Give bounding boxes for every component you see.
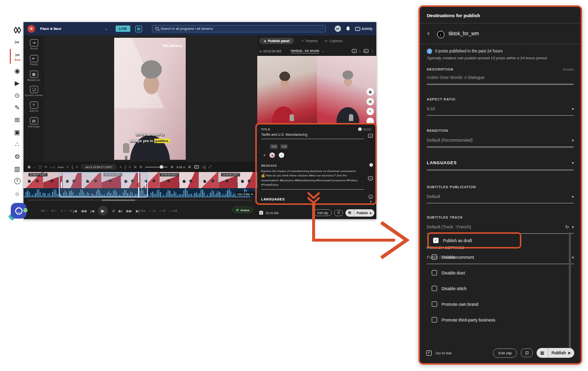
play-button[interactable]: ▶ — [98, 206, 108, 216]
checkbox-promote-own-brand[interactable]: Promote own brand — [432, 301, 568, 307]
tool-add-image[interactable]: ▤Add image — [24, 117, 44, 128]
checkbox[interactable] — [432, 270, 437, 275]
edit-pencil-icon[interactable]: ✎ — [368, 195, 373, 199]
rewind-button[interactable]: ◀◀ — [81, 209, 87, 213]
rail-media-library-icon[interactable]: ▶ — [10, 77, 24, 88]
skip-fwd-1-button[interactable]: > +1 — [149, 209, 155, 212]
message-input[interactable]: Explore the impact of manufacturing deci… — [261, 169, 360, 187]
download-icon[interactable]: ↓ — [359, 49, 361, 53]
tool-dynamic-overlay[interactable]: ❏Dynamic overlay — [24, 86, 44, 97]
save-button[interactable]: ⊡ — [521, 348, 533, 357]
crop-icon[interactable]: ▢ — [38, 165, 42, 169]
skip-fwd-15-button[interactable]: > +15 — [170, 209, 177, 212]
checkbox[interactable] — [432, 317, 437, 322]
go-to-in-button[interactable]: In |◀ — [70, 209, 77, 213]
auto-mode-label[interactable]: Auto — [58, 166, 64, 169]
message-ai-action[interactable] — [368, 176, 373, 180]
instagram-account-icon[interactable]: ◉ — [270, 152, 275, 158]
filmstrip-thumbnail[interactable] — [179, 172, 199, 188]
tab-captions[interactable]: ▭ Captions — [324, 39, 342, 43]
rail-ideas-icon[interactable]: ☼ — [10, 188, 24, 198]
notifications-bell-icon[interactable] — [346, 26, 350, 32]
go-to-out-button[interactable]: ▶| Out — [136, 209, 145, 213]
tool-add-text[interactable]: TAdd text — [24, 101, 44, 113]
fullscreen-icon[interactable]: ⤢ — [209, 165, 212, 169]
tab-publish-panel[interactable]: ➤ Publish panel — [259, 38, 294, 44]
cut-icon[interactable]: ✂ — [45, 165, 48, 169]
refresh-icon[interactable]: ↻ — [565, 224, 569, 229]
playhead-marker[interactable] — [136, 183, 140, 187]
download-icon[interactable]: ↓ — [367, 118, 374, 124]
rail-clip-beta-icon[interactable]: ✂Beta — [10, 49, 24, 64]
subtitles-track-select[interactable]: Default (Track : French) — [427, 224, 562, 229]
tiktok-account-icon[interactable]: ♪ — [279, 152, 284, 158]
split-video-preview[interactable]: ▣ ▤ ✎ ↓ — [257, 56, 376, 124]
checkbox-disable-stitch[interactable]: Disable stitch — [432, 286, 568, 291]
description-input[interactable]: Action Over Words: A Dialogue — [427, 75, 574, 80]
rail-analytics-icon[interactable]: ▥ — [10, 163, 24, 174]
prev-frame-button[interactable]: |◀ — [90, 209, 94, 213]
playhead-timestamp[interactable]: Jan 9 12:09:17 (CET) — [81, 164, 117, 170]
prev-marker-button[interactable]: < — [67, 165, 69, 169]
edit-pencil-icon[interactable]: ✎ — [367, 108, 374, 115]
rail-camera-icon[interactable]: ▣ — [10, 126, 24, 137]
save-button[interactable]: ⊡ — [334, 210, 343, 216]
publish-button-group[interactable]: ▦ Publish➤ — [537, 348, 574, 358]
chevron-down-icon[interactable]: ▾ — [370, 200, 372, 204]
go-to-live-checkbox[interactable]: ✓ — [259, 211, 263, 215]
exit-clip-button[interactable]: Exit clip — [493, 348, 517, 358]
rail-live-signal-icon[interactable]: ◉ — [10, 65, 24, 76]
tool-postroll[interactable]: ⇤Postroll — [24, 55, 44, 66]
tool-preroll[interactable]: ⇥Preroll — [24, 39, 44, 50]
zoom-in-icon[interactable]: ⊕ — [171, 165, 173, 169]
rail-help-icon[interactable]: ? — [10, 175, 24, 186]
expand-selection-icon[interactable]: ⇲ — [134, 165, 137, 169]
export-icon[interactable]: ↓ — [34, 165, 36, 169]
rail-annotation-icon[interactable]: ✎ — [10, 102, 24, 113]
aspect-ratio-select[interactable]: 9:16 ∧ — [176, 165, 185, 169]
filmstrip-thumbnail[interactable] — [199, 172, 219, 188]
chevron-down-icon[interactable]: ▾ — [572, 255, 574, 260]
captions-track-icon[interactable]: CC — [194, 165, 199, 169]
checkbox-publish-as-draft[interactable]: ✓Publish as draft — [433, 238, 514, 243]
rail-share-icon[interactable]: ∴ — [10, 139, 24, 149]
activity-button[interactable]: ⌁ Activity — [355, 27, 372, 31]
template-select[interactable]: Vertical - for shorts — [291, 49, 319, 53]
rail-wildmoka-logo[interactable] — [10, 25, 24, 35]
rail-user-settings-icon[interactable]: ⚙ — [10, 151, 24, 162]
fast-forward-button[interactable]: ▶▶ — [126, 209, 132, 213]
fit-clip-icon[interactable]: |↔| — [50, 166, 55, 169]
tab-timeline[interactable]: ∿ Timeline — [301, 39, 318, 43]
out-brace-button[interactable]: } — [124, 165, 125, 169]
tool-background[interactable]: ▦Background — [24, 71, 44, 82]
checkbox[interactable] — [432, 254, 437, 260]
timeline-filmstrip[interactable]: 12:08:27 (CET)12:09:00 (CET)12:09:33 (CE… — [24, 172, 257, 198]
chevron-down-icon[interactable]: ▾ — [572, 107, 574, 111]
aspect-ratio-select[interactable]: 9:16 — [427, 106, 569, 111]
subtitles-icon[interactable]: CC — [364, 49, 368, 53]
search-input[interactable]: Search in all programs / all streams — [152, 25, 326, 32]
zoom-slider[interactable] — [145, 167, 168, 168]
skip-back-1-button[interactable]: -1 < — [60, 209, 66, 212]
grid-icon[interactable]: ⊞ — [188, 165, 191, 169]
ai-robot-icon[interactable] — [352, 49, 357, 53]
filmstrip-thumbnail[interactable] — [238, 172, 257, 188]
chevron-down-icon[interactable]: ▾ — [572, 225, 574, 229]
template-chevron-down-icon[interactable]: ⌄ — [321, 49, 324, 53]
go-to-live-checkbox[interactable]: ✓ — [426, 350, 432, 356]
vertical-video-preview[interactable]: Paris Jan 13 WILDMOKA so the answer is a… — [114, 38, 186, 160]
checkbox[interactable] — [432, 286, 437, 291]
program-chevron-down-icon[interactable]: ⌄ — [104, 26, 108, 31]
schedule-calendar-icon[interactable]: ▦ — [345, 209, 354, 217]
live-edge-badge[interactable]: Live: 2 day ≫ — [235, 192, 255, 196]
rail-overlay-manager-icon[interactable]: ⊞ — [10, 114, 24, 125]
next-marker-button[interactable]: > — [76, 165, 78, 169]
checkbox-disable-duet[interactable]: Disable duet — [432, 270, 568, 275]
timeline-scrollbar[interactable] — [28, 199, 252, 201]
checkbox-promote-third-party-business[interactable]: Promote third-party business — [432, 317, 568, 322]
panel-scrollbar-thumb[interactable] — [569, 232, 571, 352]
timeline-scrollbar-thumb[interactable] — [102, 199, 135, 201]
audio-icon[interactable]: ◁) — [202, 165, 206, 169]
user-avatar[interactable]: BF — [335, 25, 341, 32]
live-button[interactable]: LIVE — [116, 25, 130, 32]
